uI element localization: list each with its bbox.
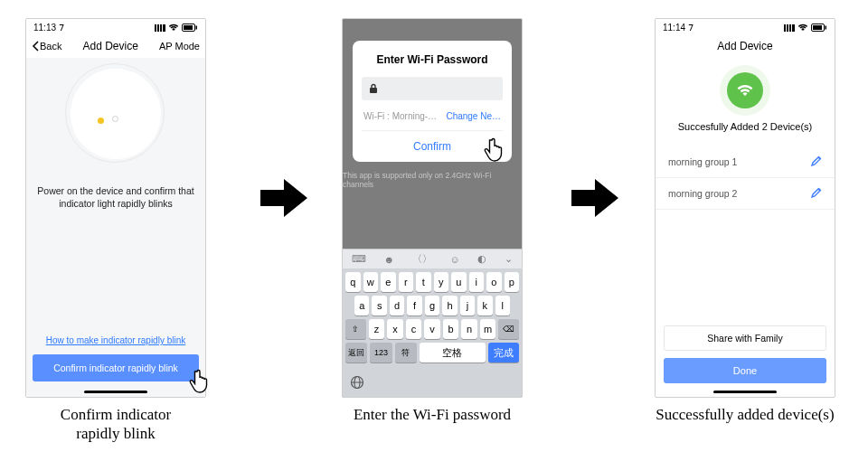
suggest-icon: ◐	[477, 253, 486, 265]
confirm-blink-label: Confirm indicator rapidly blink	[53, 363, 178, 373]
globe-icon[interactable]	[350, 375, 364, 393]
svg-rect-1	[196, 26, 198, 30]
key-g[interactable]: g	[425, 296, 439, 315]
svg-rect-3	[370, 88, 377, 93]
suggest-icon: ⌨︎	[352, 253, 366, 265]
key-n[interactable]: n	[461, 319, 477, 339]
key-q[interactable]: q	[345, 272, 361, 292]
suggest-icon: ☻	[384, 254, 395, 265]
device-row: morning group 1	[656, 146, 835, 178]
key-space[interactable]: 空格	[420, 343, 486, 363]
key-123[interactable]: 123	[370, 343, 392, 363]
wifi-icon	[168, 24, 179, 32]
indicator-animation	[71, 69, 161, 159]
key-symbols[interactable]: 符	[395, 343, 417, 363]
key-⌫[interactable]: ⌫	[498, 319, 519, 339]
keyboard-bottom-row	[343, 372, 522, 397]
caption-3: Successfully added device(s)	[655, 405, 835, 424]
key-l[interactable]: l	[495, 296, 510, 315]
keyboard-suggest-bar[interactable]: ⌨︎ ☻ 〈〉 ☺ ◐ ⌄	[343, 249, 522, 268]
edit-icon[interactable]	[811, 187, 822, 200]
key-⇧[interactable]: ⇧	[345, 319, 366, 339]
key-r[interactable]: r	[399, 272, 414, 292]
caption-2: Enter the Wi-Fi password	[342, 405, 523, 424]
home-indicator	[713, 391, 777, 393]
key-w[interactable]: w	[363, 272, 379, 292]
device-row: morning group 2	[656, 178, 835, 210]
change-network-link[interactable]: Change Ne…	[446, 111, 501, 121]
key-j[interactable]: j	[460, 296, 475, 315]
key-t[interactable]: t	[416, 272, 431, 292]
key-k[interactable]: k	[477, 296, 492, 315]
key-row-1: qwertyuiop	[345, 272, 519, 292]
key-d[interactable]: d	[390, 296, 404, 315]
password-input[interactable]	[362, 77, 503, 100]
suggest-icon: ⌄	[505, 253, 513, 265]
suggest-icon: 〈〉	[412, 252, 432, 266]
key-h[interactable]: h	[442, 296, 457, 315]
suggest-icon: ☺	[449, 254, 459, 265]
done-button[interactable]: Done	[664, 358, 826, 383]
key-o[interactable]: o	[486, 272, 502, 292]
status-bar: 11:14 ⁠𝟩	[656, 19, 835, 36]
key-p[interactable]: p	[505, 272, 520, 292]
device-name: morning group 1	[668, 156, 737, 167]
key-b[interactable]: b	[443, 319, 459, 339]
caption-1: Confirm indicator rapidly blink	[25, 405, 206, 444]
lock-icon	[369, 83, 378, 94]
confirm-blink-button[interactable]: Confirm indicator rapidly blink	[33, 354, 199, 381]
key-i[interactable]: i	[469, 272, 485, 292]
chevron-left-icon	[32, 41, 39, 52]
success-badge	[727, 72, 763, 108]
phone-screen-3: 11:14 ⁠𝟩 Add Device Succesfully Added 2 …	[655, 18, 835, 398]
key-done[interactable]: 完成	[488, 343, 519, 363]
key-s[interactable]: s	[372, 296, 386, 315]
key-row-3: ⇧zxcvbnm⌫	[345, 319, 519, 339]
svg-rect-2	[184, 25, 193, 30]
indicator-dot-outline	[112, 116, 118, 122]
status-time: 11:14 ⁠𝟩	[663, 23, 693, 33]
edit-icon[interactable]	[811, 155, 822, 168]
key-m[interactable]: m	[480, 319, 496, 339]
key-return[interactable]: 返回	[345, 343, 367, 363]
wifi-icon	[797, 24, 808, 32]
pointer-hand-icon	[186, 367, 217, 398]
help-link[interactable]: How to make indicator rapidly blink	[46, 335, 186, 345]
page-title: Add Device	[717, 40, 772, 52]
home-indicator	[84, 391, 147, 393]
key-z[interactable]: z	[369, 319, 385, 339]
keyboard: qwertyuiop asdfghjkl ⇧zxcvbnm⌫ 返回 123 符 …	[343, 268, 522, 372]
content-area: Succesfully Added 2 Device(s) morning gr…	[656, 58, 835, 397]
share-button[interactable]: Share with Family	[664, 325, 826, 351]
arrow-icon	[260, 177, 307, 222]
page-title: Add Device	[83, 40, 138, 52]
arrow-icon	[571, 177, 618, 222]
signal-icon	[784, 24, 795, 32]
pointer-hand-icon	[481, 136, 512, 166]
key-f[interactable]: f	[407, 296, 421, 315]
indicator-dot-yellow	[98, 118, 104, 124]
wifi-footnote: This app is supported only on 2.4GHz Wi-…	[343, 171, 522, 189]
success-text: Succesfully Added 2 Device(s)	[678, 121, 813, 132]
key-a[interactable]: a	[354, 296, 369, 315]
key-row-2: asdfghjkl	[345, 296, 519, 315]
wifi-network-row: Wi-Fi : Morning-… Change Ne…	[362, 109, 503, 131]
instruction-text: Power on the device and confirm that ind…	[26, 184, 205, 210]
key-v[interactable]: v	[424, 319, 440, 339]
key-e[interactable]: e	[381, 272, 396, 292]
key-u[interactable]: u	[451, 272, 467, 292]
key-row-fn: 返回 123 符 空格 完成	[345, 343, 519, 363]
svg-rect-9	[813, 25, 822, 30]
key-c[interactable]: c	[406, 319, 422, 339]
key-y[interactable]: y	[434, 272, 449, 292]
key-x[interactable]: x	[387, 319, 403, 339]
status-right	[784, 24, 827, 32]
status-time: 11:13 ⁠𝟩	[33, 23, 64, 33]
modal-backdrop: Enter Wi-Fi Password Wi-Fi : Morning-… C…	[343, 19, 522, 249]
battery-icon	[182, 24, 198, 32]
nav-bar: Back Add Device AP Mode	[26, 36, 205, 58]
status-right	[155, 24, 198, 32]
back-button[interactable]: Back	[32, 41, 61, 52]
content-area: Power on the device and confirm that ind…	[26, 58, 205, 397]
ap-mode-button[interactable]: AP Mode	[159, 41, 200, 52]
